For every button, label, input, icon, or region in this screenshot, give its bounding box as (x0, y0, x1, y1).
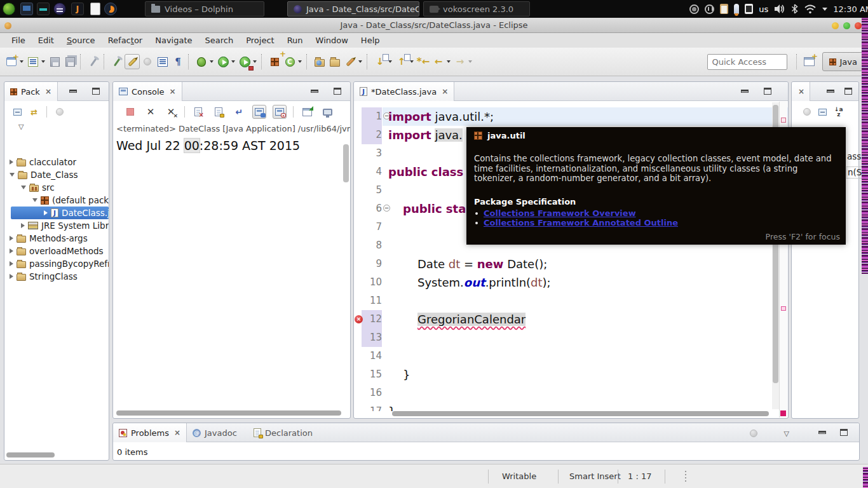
new-class-dropdown[interactable] (298, 60, 302, 63)
menu-window[interactable]: Window (309, 36, 355, 45)
close-icon[interactable]: × (45, 87, 51, 96)
expand-arrow-icon[interactable] (10, 274, 13, 279)
search-pen-button[interactable] (342, 54, 358, 69)
clipboard-icon[interactable] (720, 4, 728, 14)
minimize-view-icon[interactable] (311, 90, 318, 93)
code-line-12[interactable]: GregorianCalendar (388, 310, 788, 329)
tab-package-explorer[interactable]: Pack × (4, 82, 58, 101)
maximize-view-icon[interactable] (844, 88, 852, 95)
tree-item-stringclass[interactable]: StringClass (4, 270, 109, 283)
code-line-1[interactable]: import java.util.*; (388, 107, 788, 126)
run-external-button[interactable] (237, 54, 252, 69)
tree-item-src[interactable]: src (4, 181, 109, 194)
tab-dateclass-java[interactable]: *DateClass.java × (354, 82, 454, 101)
code-line-10[interactable]: System.out.println(dt); (388, 273, 788, 292)
expand-arrow-icon[interactable] (21, 223, 25, 228)
open-resource-button[interactable] (327, 54, 342, 69)
minimize-view-icon[interactable] (741, 90, 749, 93)
maximize-view-icon[interactable] (334, 88, 341, 95)
tab-declaration[interactable]: Declaration (248, 423, 318, 442)
code-line-9[interactable]: Date dt = new Date(); (388, 255, 788, 273)
maximize-view-icon[interactable] (92, 88, 100, 95)
debug-dropdown[interactable] (210, 60, 214, 63)
expand-arrow-icon[interactable] (44, 210, 48, 215)
next-annotation-button[interactable]: ↓ (372, 54, 388, 69)
new-wizard-dropdown[interactable] (20, 60, 24, 63)
wifi-icon[interactable] (804, 4, 817, 14)
menu-edit[interactable]: Edit (32, 36, 60, 45)
overview-error-marker[interactable] (780, 410, 786, 416)
display-console-icon[interactable] (320, 105, 334, 119)
previous-annotation-button[interactable]: ↑ (394, 54, 409, 69)
tree-item-date-class[interactable]: Date_Class (4, 168, 109, 181)
menu-source[interactable]: Source (60, 36, 102, 45)
run-button[interactable] (215, 54, 231, 69)
tree-item-dateclass-j[interactable]: DateClass.j (11, 207, 109, 219)
last-edit-location-button[interactable]: *← (416, 54, 431, 69)
menu-search[interactable]: Search (199, 36, 240, 45)
close-button[interactable] (855, 22, 862, 29)
remove-launch-icon[interactable]: ✕ (144, 105, 158, 119)
save-all-button[interactable] (62, 54, 78, 69)
maximize-view-icon[interactable] (840, 429, 848, 436)
taskbar-window-vokoscreen[interactable]: vokoscreen 2.3.0 (423, 1, 530, 17)
collapse-arrow-icon[interactable] (32, 198, 37, 202)
tree-item-jre-system-librar[interactable]: JRE System Librar (4, 219, 109, 232)
external-tools-icon[interactable] (109, 54, 125, 69)
remove-all-launches-icon[interactable]: ✕ (164, 105, 178, 119)
taskbar-window-eclipse[interactable]: Java - Date_Class/src/DateCla (287, 1, 419, 17)
tree-item-passingbycopyrefre[interactable]: passingBycopyRefre (4, 257, 109, 270)
expand-arrow-icon[interactable] (10, 261, 13, 266)
show-console-on-stderr-toggle[interactable]: × (273, 105, 287, 119)
new-package-button[interactable]: + (267, 54, 282, 69)
collapse-all-icon[interactable] (13, 109, 22, 116)
document-app-icon[interactable] (90, 3, 100, 15)
java-perspective-button[interactable]: Java (822, 52, 864, 71)
outline-item-fragment[interactable]: ass (847, 151, 861, 161)
clear-console-icon[interactable]: × (191, 105, 205, 119)
sort-icon[interactable]: ↓az (834, 107, 843, 117)
tray-expander-icon[interactable] (822, 8, 827, 11)
tab-console[interactable]: Console × (113, 82, 182, 101)
clock[interactable]: 12:30 AM (833, 4, 868, 14)
forward-button[interactable]: → (452, 54, 468, 69)
maximize-view-icon[interactable] (764, 88, 771, 95)
run-dropdown[interactable] (231, 60, 235, 63)
menu-refactor[interactable]: Refactor (102, 36, 149, 45)
save-button[interactable] (47, 54, 62, 69)
mark-occurrences-toggle[interactable] (125, 54, 140, 69)
forward-dropdown[interactable] (468, 60, 472, 63)
code-line-17[interactable]: } (388, 402, 788, 411)
back-button[interactable]: ← (431, 54, 446, 69)
java-app-icon[interactable]: J (71, 3, 84, 15)
maximize-button[interactable] (843, 22, 850, 29)
tree-item--default-packa[interactable]: (default packa (4, 194, 109, 207)
tree-item-overloadmethods[interactable]: overloadMethods (4, 245, 109, 257)
open-type-hierarchy-button[interactable] (155, 54, 170, 69)
media-app-icon[interactable] (37, 3, 50, 15)
run-external-dropdown[interactable] (253, 60, 257, 63)
collapse-arrow-icon[interactable] (21, 186, 26, 189)
eclipse-launcher-icon[interactable] (53, 3, 66, 15)
tree-item-methods-args[interactable]: Methods-args (4, 232, 109, 245)
collapse-arrow-icon[interactable] (10, 173, 15, 177)
menu-project[interactable]: Project (240, 36, 280, 45)
disabled-orb-icon[interactable] (140, 54, 155, 69)
expand-arrow-icon[interactable] (10, 236, 13, 241)
opensuse-icon[interactable] (3, 3, 15, 15)
show-console-on-stdout-toggle[interactable] (252, 105, 266, 119)
new-wizard-button[interactable] (4, 54, 19, 69)
new-class-button[interactable]: C (282, 54, 297, 69)
minimize-view-icon[interactable] (818, 431, 826, 434)
close-icon[interactable]: × (174, 428, 180, 437)
collapse-all-icon[interactable] (818, 109, 827, 116)
collections-annotated-outline-link[interactable]: Collections Framework Annotated Outline (484, 218, 678, 227)
vertical-scrollbar[interactable] (343, 144, 349, 182)
minimize-view-icon[interactable] (69, 90, 77, 93)
menu-run[interactable]: Run (281, 36, 309, 45)
close-icon[interactable]: × (798, 87, 804, 96)
expand-arrow-icon[interactable] (10, 159, 13, 165)
minimize-button[interactable] (832, 22, 839, 29)
pause-icon[interactable] (705, 4, 714, 14)
device-notifier-icon[interactable] (745, 4, 753, 14)
